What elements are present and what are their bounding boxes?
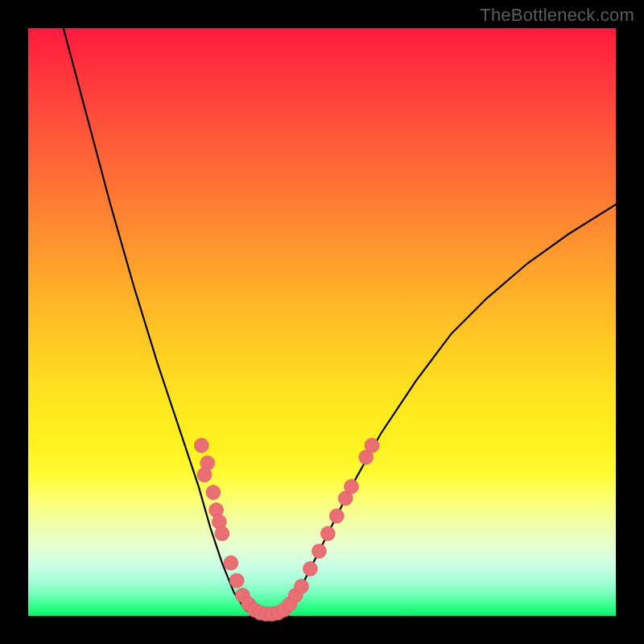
watermark-text: TheBottleneck.com bbox=[480, 5, 634, 26]
plot-area bbox=[28, 28, 616, 616]
data-point bbox=[312, 544, 326, 559]
data-point bbox=[365, 438, 379, 452]
data-point bbox=[295, 580, 309, 594]
chart-frame: TheBottleneck.com bbox=[0, 0, 644, 644]
data-point bbox=[329, 509, 344, 523]
data-point bbox=[345, 479, 359, 493]
bottleneck-curve bbox=[64, 28, 616, 616]
data-point bbox=[303, 562, 317, 576]
data-points-group bbox=[194, 438, 379, 621]
data-point bbox=[197, 468, 212, 482]
chart-svg bbox=[28, 28, 616, 616]
data-point bbox=[194, 438, 208, 452]
data-point bbox=[206, 485, 221, 500]
data-point bbox=[224, 555, 238, 570]
data-point bbox=[320, 526, 335, 541]
data-point bbox=[229, 573, 244, 588]
data-point bbox=[215, 526, 229, 541]
